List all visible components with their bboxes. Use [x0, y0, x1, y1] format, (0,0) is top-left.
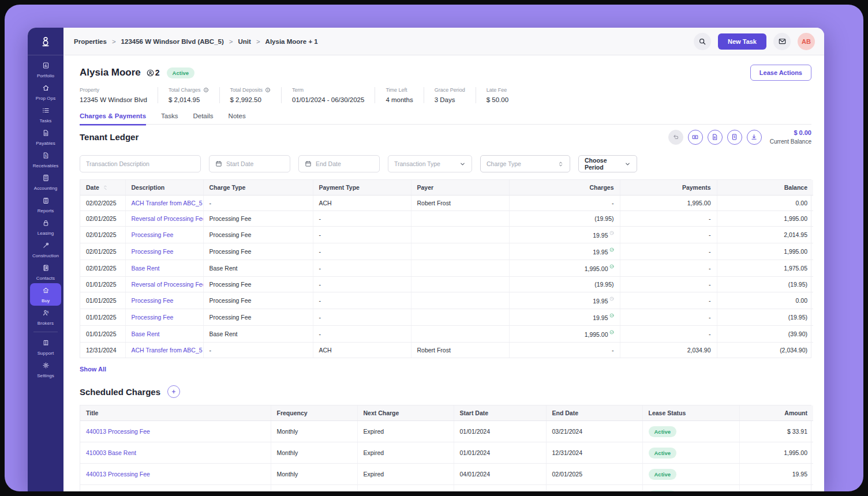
transaction-link[interactable]: ACH Transfer from ABC_5 — [125, 196, 203, 211]
sidebar-item-payables[interactable]: Payables — [30, 126, 61, 148]
column-header-payments[interactable]: Payments — [620, 180, 717, 196]
cell-end-date: 02/01/2025 — [546, 464, 642, 485]
cash-button[interactable] — [688, 130, 703, 145]
stat-value: 01/01/2024 - 06/30/2025 — [292, 96, 364, 103]
cell-charges: - — [509, 196, 620, 211]
ledger-row[interactable]: 01/01/2025 Processing Fee Processing Fee… — [80, 292, 813, 309]
transaction-link[interactable]: Reversal of Processing Fee — [125, 211, 203, 227]
transaction-link[interactable]: Processing Fee — [125, 227, 203, 243]
scheduled-table-body: 440013 Processing Fee Monthly Expired 01… — [80, 421, 813, 492]
sidebar-item-accounting[interactable]: Accounting — [30, 171, 61, 193]
sidebar-item-leasing[interactable]: Leasing — [30, 216, 61, 238]
breadcrumb-item-unit[interactable]: Unit — [238, 38, 251, 45]
column-header-date[interactable]: Date — [80, 180, 125, 196]
breadcrumb-item-123456-w-windsor-blvd-abc-5[interactable]: 123456 W Windsor Blvd (ABC_5) — [121, 38, 224, 45]
column-header-payment-type[interactable]: Payment Type — [313, 180, 411, 196]
cell-date: 02/01/2025 — [80, 260, 125, 277]
scheduled-charge-link[interactable]: 410003 Base Rent — [80, 442, 271, 464]
sidebar-item-brokers[interactable]: $Brokers — [30, 306, 61, 328]
tab-notes[interactable]: Notes — [229, 112, 246, 124]
download-button[interactable] — [747, 130, 762, 145]
sidebar-item-support[interactable]: Support — [30, 336, 61, 358]
column-header-frequency[interactable]: Frequency — [271, 405, 357, 421]
lease-actions-button[interactable]: Lease Actions — [750, 65, 811, 81]
scheduled-charge-link[interactable]: 440013 Processing Fee — [80, 421, 271, 442]
new-task-button[interactable]: New Task — [718, 33, 766, 50]
tab-tasks[interactable]: Tasks — [161, 112, 178, 124]
ledger-filters: Start Date End Date Transaction Type Cha… — [80, 155, 811, 172]
column-header-charge-type[interactable]: Charge Type — [203, 180, 313, 196]
column-header-start-date[interactable]: Start Date — [454, 405, 546, 421]
start-date-field[interactable]: Start Date — [209, 155, 290, 172]
column-header-payer[interactable]: Payer — [411, 180, 509, 196]
column-header-amount[interactable]: Amount — [739, 405, 813, 421]
charge-type-select[interactable]: Charge Type — [480, 155, 570, 172]
transaction-description-input[interactable] — [86, 160, 194, 167]
sidebar-item-contacts[interactable]: Contacts — [30, 261, 61, 283]
end-date-field[interactable]: End Date — [298, 155, 380, 172]
start-date-placeholder: Start Date — [226, 160, 253, 167]
column-header-end-date[interactable]: End Date — [546, 405, 642, 421]
cell-payer — [411, 211, 509, 227]
sidebar-item-reports[interactable]: Reports — [30, 193, 61, 216]
brand-bird-icon — [39, 35, 52, 48]
sidebar-item-receivables[interactable]: $Receivables — [30, 148, 61, 171]
add-scheduled-charge-button[interactable] — [167, 385, 180, 398]
info-icon[interactable] — [203, 87, 209, 93]
column-header-next-charge[interactable]: Next Charge — [357, 405, 454, 421]
ledger-row[interactable]: 01/01/2025 Reversal of Processing Fee Pr… — [80, 277, 813, 292]
mail-button[interactable] — [773, 33, 791, 50]
sidebar-item-tasks[interactable]: Tasks — [30, 103, 61, 126]
breadcrumb-item-properties[interactable]: Properties — [74, 38, 107, 45]
transaction-link[interactable]: Reversal of Processing Fee — [125, 277, 203, 292]
transaction-type-select[interactable]: Transaction Type — [388, 155, 472, 172]
tab-details[interactable]: Details — [193, 112, 213, 124]
breadcrumb-item-alysia-moore-1[interactable]: Alysia Moore + 1 — [265, 38, 318, 45]
column-header-balance[interactable]: Balance — [717, 180, 813, 196]
sidebar-divider — [33, 332, 58, 332]
ledger-row[interactable]: 02/02/2025 ACH Transfer from ABC_5 - ACH… — [80, 196, 813, 211]
scheduled-charge-link[interactable]: 440013 Processing Fee — [80, 464, 271, 485]
transaction-link[interactable]: Base Rent — [125, 260, 203, 277]
mail-icon — [778, 37, 787, 46]
scheduled-row[interactable]: 410003 Base Rent Monthly Expired 01/01/2… — [80, 442, 813, 464]
scheduled-row[interactable]: 440013 Processing Fee Monthly Expired 01… — [80, 485, 813, 492]
sidebar-item-construction[interactable]: Construction — [30, 238, 61, 261]
tab-charges-payments[interactable]: Charges & Payments — [80, 112, 146, 124]
transaction-link[interactable]: Processing Fee — [125, 243, 203, 260]
sidebar-item-portfolio[interactable]: Portfolio — [30, 58, 61, 81]
sort-icon[interactable] — [103, 185, 108, 190]
transaction-link[interactable]: ACH Transfer from ABC_5 — [125, 343, 203, 358]
ledger-row[interactable]: 12/31/2024 ACH Transfer from ABC_5 - ACH… — [80, 343, 813, 358]
transaction-link[interactable]: Processing Fee — [125, 309, 203, 326]
choose-period-dropdown[interactable]: Choose Period — [578, 155, 637, 172]
scheduled-charge-link[interactable]: 440013 Processing Fee — [80, 485, 271, 492]
scheduled-row[interactable]: 440013 Processing Fee Monthly Expired 01… — [80, 421, 813, 442]
undo-button[interactable] — [668, 130, 683, 145]
occupant-count[interactable]: 2 — [146, 68, 160, 77]
column-header-title[interactable]: Title — [80, 405, 271, 421]
show-all-link[interactable]: Show All — [80, 366, 106, 373]
avatar[interactable]: AB — [798, 33, 815, 50]
ledger-row[interactable]: 01/01/2025 Base Rent Base Rent - 1,995.0… — [80, 326, 813, 343]
document-button[interactable] — [708, 130, 723, 145]
sidebar-item-prop-ops[interactable]: Prop Ops — [30, 81, 61, 103]
ledger-row[interactable]: 02/01/2025 Processing Fee Processing Fee… — [80, 227, 813, 243]
search-button[interactable] — [694, 33, 711, 50]
column-header-description[interactable]: Description — [125, 180, 203, 196]
transaction-link[interactable]: Processing Fee — [125, 292, 203, 309]
sidebar-item-buy[interactable]: $Buy — [30, 283, 61, 306]
sidebar-item-settings[interactable]: Settings — [30, 358, 61, 381]
ledger-row[interactable]: 01/01/2025 Processing Fee Processing Fee… — [80, 309, 813, 326]
ledger-row[interactable]: 02/01/2025 Reversal of Processing Fee Pr… — [80, 211, 813, 227]
info-icon[interactable] — [265, 87, 271, 93]
document-dollar-button[interactable]: $ — [727, 130, 742, 145]
app-logo[interactable] — [28, 28, 63, 55]
ledger-row[interactable]: 02/01/2025 Base Rent Base Rent - 1,995.0… — [80, 260, 813, 277]
column-header-lease-status[interactable]: Lease Status — [642, 405, 739, 421]
scheduled-row[interactable]: 440013 Processing Fee Monthly Expired 04… — [80, 464, 813, 485]
ledger-row[interactable]: 02/01/2025 Processing Fee Processing Fee… — [80, 243, 813, 260]
cell-date: 01/01/2025 — [80, 292, 125, 309]
transaction-link[interactable]: Base Rent — [125, 326, 203, 343]
column-header-charges[interactable]: Charges — [509, 180, 620, 196]
